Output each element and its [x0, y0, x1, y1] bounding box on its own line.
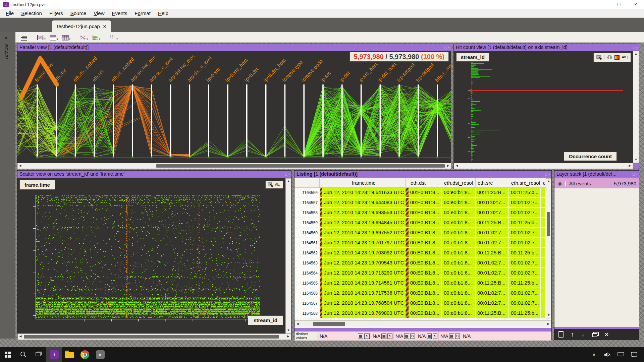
table-row[interactable]: 1164565Jun 12, 2010 14:23:19.714581 UTC0… — [294, 278, 546, 288]
taskbar-search-button[interactable] — [15, 347, 31, 362]
scrollbar-thumb[interactable] — [24, 335, 279, 339]
distinct-grid-icon[interactable]: ▦ — [381, 334, 386, 339]
menu-selection[interactable]: Selection — [17, 9, 46, 17]
column-view-button[interactable]: ▾ — [108, 33, 119, 42]
distinct-grid-icon[interactable]: ▦ — [358, 334, 363, 339]
distinct-refresh-icon[interactable]: ↻ — [387, 334, 392, 339]
scroll-up-icon[interactable]: ▲ — [633, 51, 639, 57]
dock-tab-close-icon[interactable]: × — [4, 35, 9, 41]
distinct-refresh-icon[interactable]: ↻ — [410, 334, 415, 339]
distinct-grid-icon[interactable]: ▦ — [449, 334, 454, 339]
table-row[interactable]: 1164563Jun 12, 2010 14:23:19.709543 UTC0… — [294, 258, 546, 268]
table-row[interactable]: 1164567Jun 12, 2010 14:23:19.768504 UTC0… — [294, 298, 546, 308]
table-view-button[interactable]: ▾ — [48, 33, 59, 42]
hit-count-canvas[interactable] — [454, 51, 633, 163]
close-button[interactable]: × — [627, 0, 644, 9]
scatter-horizontal-scrollbar[interactable]: ◀ ▶ — [17, 334, 291, 340]
distinct-refresh-icon[interactable]: ↻ — [364, 334, 370, 339]
scatter-vertical-scrollbar[interactable]: ▲ ▼ — [285, 178, 291, 334]
panel-close-icon[interactable]: × — [636, 46, 638, 50]
hit-count-plot[interactable]: stream_id Ab. Occurrence count — [454, 51, 633, 163]
colormap-icon[interactable] — [614, 55, 620, 60]
hit-count-horizontal-scrollbar[interactable]: ◀ ▶ — [454, 163, 633, 169]
scroll-down-icon[interactable]: ▼ — [546, 313, 551, 318]
scroll-up-icon[interactable]: ▲ — [546, 179, 551, 184]
hit-count-vertical-scrollbar[interactable]: ▲ ▼ — [633, 51, 639, 163]
table-row[interactable]: 1164556Jun 12, 2010 14:23:19.641633 UTC0… — [294, 188, 546, 198]
scatter-view-header[interactable]: Scatter view on axes 'stream_id' and 'fr… — [17, 171, 291, 178]
table-row[interactable]: 1164566Jun 12, 2010 14:23:19.717536 UTC0… — [294, 288, 546, 298]
scatter-canvas[interactable] — [31, 193, 266, 327]
column-header-eth.dst_resol[interactable]: eth.dst_resol — [442, 178, 476, 187]
menu-filters[interactable]: Filters — [46, 9, 67, 17]
column-header-eth.src_resol[interactable]: eth.src_resol — [509, 178, 541, 187]
frame-time-axis-button[interactable]: frame.time — [19, 180, 55, 190]
event-list-button[interactable] — [19, 33, 29, 42]
layer-row-all-events[interactable]: ◉ All events 5,973,980 — [554, 178, 639, 188]
parallel-view-header[interactable]: Parallel view [1 (default/default)] — [17, 44, 451, 51]
listing-horizontal-scrollbar[interactable]: ◀ ▶ — [294, 320, 551, 327]
start-button[interactable] — [0, 347, 15, 362]
scroll-right-icon[interactable]: ▶ — [627, 163, 633, 169]
taskbar-chrome[interactable] — [77, 347, 93, 362]
maximize-button[interactable]: □ — [610, 0, 627, 9]
table-row[interactable]: 1164564Jun 12, 2010 14:23:19.713290 UTC0… — [294, 268, 546, 278]
panel-close-icon[interactable]: × — [636, 172, 638, 176]
export-view-icon[interactable] — [268, 182, 273, 187]
hit-count-view-button[interactable]: ▾ — [91, 33, 102, 42]
scroll-down-icon[interactable]: ▼ — [286, 328, 291, 333]
panel-popup-icon[interactable]: □ — [545, 172, 547, 176]
scroll-right-icon[interactable]: ▶ — [285, 334, 291, 339]
panel-popup-icon[interactable]: □ — [285, 172, 287, 176]
tray-notifications[interactable] — [629, 347, 639, 362]
fit-width-icon[interactable] — [607, 55, 612, 60]
duplicate-layer-icon[interactable] — [592, 333, 597, 337]
taskbar-file-explorer[interactable] — [62, 347, 77, 362]
parallel-view-plot[interactable]: frame.timeeth.dsteth.ds...solvedeth.srce… — [17, 51, 451, 163]
distinct-grid-icon[interactable]: ▦ — [404, 334, 409, 339]
distinct-refresh-icon[interactable]: ↻ — [455, 334, 460, 339]
move-layer-down-icon[interactable]: ↓ — [582, 331, 585, 338]
new-layer-icon[interactable] — [558, 331, 564, 338]
task-view-button[interactable] — [31, 347, 46, 362]
scrollbar-thumb[interactable] — [313, 322, 345, 326]
scroll-left-icon[interactable]: ◀ — [17, 163, 23, 169]
distinct-grid-icon[interactable]: ▦ — [427, 334, 431, 339]
menu-view[interactable]: View — [90, 9, 108, 17]
column-header-eth.dst[interactable]: eth.dst — [409, 178, 442, 187]
scroll-down-icon[interactable]: ▼ — [633, 157, 639, 163]
document-tab[interactable]: testbed-12jun.pcap × — [52, 20, 111, 32]
minimize-button[interactable]: – — [594, 0, 610, 9]
menu-format[interactable]: Format — [131, 9, 154, 17]
panel-popup-icon[interactable]: □ — [633, 46, 635, 50]
scroll-up-icon[interactable]: ▲ — [286, 179, 291, 184]
panel-popup-icon[interactable]: □ — [444, 46, 447, 50]
scatter-plot[interactable]: frame.time Ab. stream_id — [17, 178, 291, 334]
tray-volume-muted[interactable] — [602, 347, 612, 362]
menu-events[interactable]: Events — [108, 9, 131, 17]
taskbar-app-pvi[interactable]: i — [46, 347, 62, 362]
layer-visibility-eye-icon[interactable]: ◉ — [554, 181, 566, 186]
table-row[interactable]: 1164562Jun 12, 2010 14:23:19.703092 UTC0… — [294, 248, 546, 258]
panel-close-icon[interactable]: × — [448, 46, 450, 50]
menu-source[interactable]: Source — [67, 9, 90, 17]
panel-close-icon[interactable]: × — [288, 172, 290, 176]
panel-close-icon[interactable]: × — [548, 172, 550, 176]
label-style-icon[interactable]: Ab. — [622, 56, 628, 59]
styled-table-view-button[interactable]: ▾ — [61, 33, 72, 42]
column-header-a[interactable]: a — [541, 178, 545, 187]
listing-header[interactable]: Listing [1 (default/default)] — [294, 171, 551, 178]
scroll-left-icon[interactable]: ◀ — [18, 334, 23, 339]
table-row[interactable]: 1164557Jun 12, 2010 14:23:19.644083 UTC0… — [294, 198, 546, 208]
distinct-refresh-icon[interactable]: ↻ — [433, 334, 437, 339]
column-header-frame.time[interactable]: frame.time — [322, 178, 406, 187]
menu-help[interactable]: Help — [154, 9, 172, 17]
scroll-right-icon[interactable]: ▶ — [445, 163, 451, 169]
delete-layer-icon[interactable]: × — [605, 331, 608, 338]
scrollbar-thumb[interactable] — [156, 164, 445, 168]
document-tab-close-icon[interactable]: × — [103, 23, 106, 29]
table-row[interactable]: 1164561Jun 12, 2010 14:23:19.701797 UTC0… — [294, 238, 546, 248]
column-header-eth.src[interactable]: eth.src — [476, 178, 509, 187]
panel-resize-corner[interactable] — [633, 163, 639, 169]
label-style-icon[interactable]: Ab. — [275, 183, 281, 186]
